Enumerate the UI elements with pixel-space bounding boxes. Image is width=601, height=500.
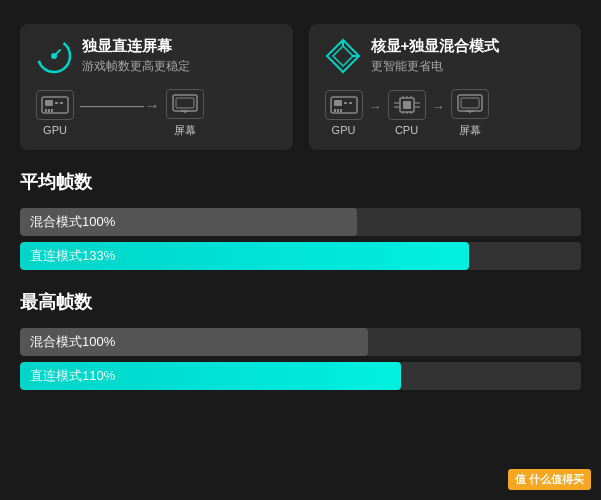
hybrid-gpu-item: GPU (325, 90, 363, 136)
hybrid-arrow1: → (369, 99, 382, 114)
hybrid-mode-subtitle: 更智能更省电 (371, 58, 500, 75)
avg-fps-section: 平均帧数 混合模式100% 直连模式133% (20, 170, 581, 270)
hybrid-cpu-icon-box (388, 90, 426, 120)
hybrid-mode-title: 核显+独显混合模式 (371, 36, 500, 56)
avg-fps-bars: 混合模式100% 直连模式133% (20, 208, 581, 270)
svg-marker-15 (333, 46, 353, 66)
hybrid-screen-item: 屏幕 (451, 89, 489, 138)
direct-arrow: ————→ (80, 97, 160, 115)
svg-rect-5 (55, 102, 58, 104)
main-container: 独显直连屏幕 游戏帧数更高更稳定 (0, 0, 601, 500)
avg-direct-bar-wrapper: 直连模式133% (20, 242, 581, 270)
svg-rect-22 (334, 109, 336, 112)
hybrid-gpu-icon-box (325, 90, 363, 120)
hybrid-screen-icon-box (451, 89, 489, 119)
max-fps-bars: 混合模式100% 直连模式110% (20, 328, 581, 390)
svg-rect-26 (403, 101, 411, 109)
mode-cards: 独显直连屏幕 游戏帧数更高更稳定 (20, 24, 581, 150)
direct-gpu-item: GPU (36, 90, 74, 136)
direct-mode-header: 独显直连屏幕 游戏帧数更高更稳定 (36, 36, 277, 75)
direct-mode-text: 独显直连屏幕 游戏帧数更高更稳定 (82, 36, 190, 75)
max-direct-bar-wrapper: 直连模式110% (20, 362, 581, 390)
hybrid-cpu-item: CPU (388, 90, 426, 136)
svg-rect-37 (458, 95, 482, 111)
svg-rect-24 (340, 109, 342, 112)
hybrid-gpu-label: GPU (332, 124, 356, 136)
svg-rect-8 (48, 109, 50, 112)
hybrid-mode-header: 核显+独显混合模式 更智能更省电 (325, 36, 566, 75)
svg-rect-10 (173, 95, 197, 111)
max-direct-label: 直连模式110% (30, 367, 115, 385)
direct-screen-item: 屏幕 (166, 89, 204, 138)
hybrid-mode-card: 核显+独显混合模式 更智能更省电 (309, 24, 582, 150)
svg-rect-9 (51, 109, 53, 112)
direct-gpu-icon-box (36, 90, 74, 120)
avg-mixed-bar-wrapper: 混合模式100% (20, 208, 581, 236)
max-fps-section: 最高帧数 混合模式100% 直连模式110% (20, 290, 581, 390)
hybrid-cpu-label: CPU (395, 124, 418, 136)
svg-line-2 (54, 50, 60, 56)
speedometer-icon (36, 38, 72, 74)
svg-rect-13 (176, 98, 194, 108)
avg-mixed-label: 混合模式100% (30, 213, 115, 231)
direct-mode-title: 独显直连屏幕 (82, 36, 190, 56)
hybrid-mode-text: 核显+独显混合模式 更智能更省电 (371, 36, 500, 75)
svg-rect-40 (461, 98, 479, 108)
svg-rect-4 (45, 100, 53, 106)
avg-direct-label: 直连模式133% (30, 247, 115, 265)
direct-flow-diagram: GPU ————→ 屏幕 (36, 89, 277, 138)
svg-rect-21 (349, 102, 352, 104)
hybrid-flow-diagram: GPU → (325, 89, 566, 138)
avg-fps-title: 平均帧数 (20, 170, 581, 194)
hybrid-icon (325, 38, 361, 74)
svg-rect-23 (337, 109, 339, 112)
max-fps-title: 最高帧数 (20, 290, 581, 314)
direct-mode-subtitle: 游戏帧数更高更稳定 (82, 58, 190, 75)
watermark: 值 什么值得买 (508, 469, 591, 490)
svg-rect-6 (60, 102, 63, 104)
direct-gpu-label: GPU (43, 124, 67, 136)
hybrid-screen-label: 屏幕 (459, 123, 481, 138)
max-mixed-label: 混合模式100% (30, 333, 115, 351)
svg-rect-19 (334, 100, 342, 106)
direct-mode-card: 独显直连屏幕 游戏帧数更高更稳定 (20, 24, 293, 150)
direct-screen-label: 屏幕 (174, 123, 196, 138)
direct-screen-icon-box (166, 89, 204, 119)
max-mixed-bar-wrapper: 混合模式100% (20, 328, 581, 356)
svg-rect-20 (344, 102, 347, 104)
hybrid-arrow2: → (432, 99, 445, 114)
svg-rect-7 (45, 109, 47, 112)
